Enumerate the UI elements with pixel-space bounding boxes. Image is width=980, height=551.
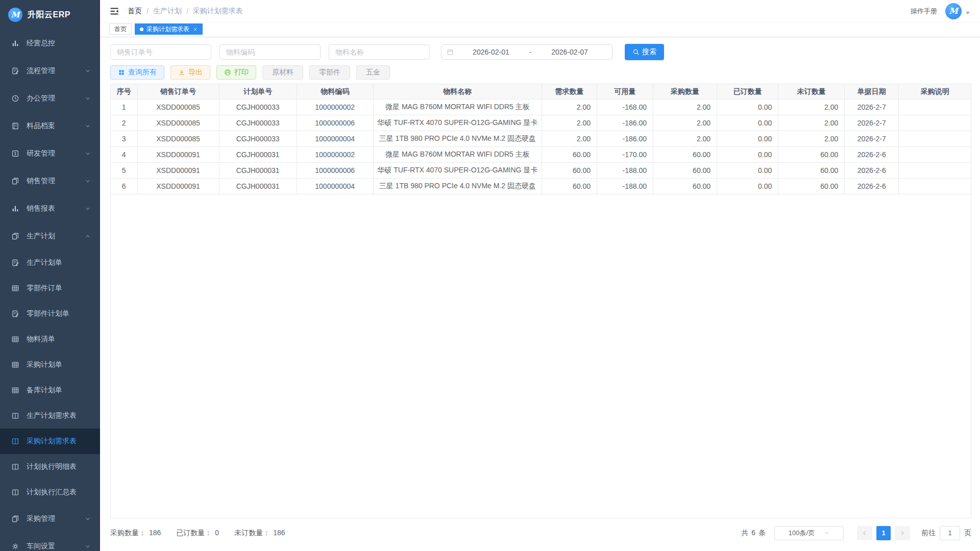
sidebar-subitem-plan-exec-detail[interactable]: 计划执行明细表 — [0, 454, 100, 480]
data-table: 序号 销售订单号 计划单号 物料编码 物料名称 需求数量 可用量 采购数量 已订… — [110, 84, 971, 518]
chevron-down-icon — [85, 95, 91, 102]
cell: 60.00 — [653, 179, 717, 194]
sidebar-item-purchase-mgmt[interactable]: 采购管理 — [0, 505, 100, 533]
chevron-down-icon — [85, 178, 91, 184]
sidebar-subitem-bom[interactable]: 物料清单 — [0, 327, 100, 352]
prev-page-button[interactable] — [857, 526, 872, 540]
breadcrumb-home[interactable]: 首页 — [128, 7, 142, 16]
material-name-input[interactable] — [329, 44, 430, 60]
sidebar-item-label: 办公管理 — [27, 94, 55, 103]
tab-home[interactable]: 首页 — [109, 23, 132, 35]
doc-edit-icon — [11, 67, 19, 75]
sidebar-subitem-parts-plan-order[interactable]: 零部件计划单 — [0, 301, 100, 327]
cell: 三星 1TB 980 PRO PCIe 4.0 NVMe M.2 固态硬盘 — [373, 131, 542, 147]
sidebar-subitem-production-demand-table[interactable]: 生产计划需求表 — [0, 403, 100, 429]
col-material-name: 物料名称 — [373, 84, 542, 99]
sales-order-input[interactable] — [110, 44, 211, 60]
date-end-input[interactable] — [532, 48, 607, 56]
sidebar-subitem-label: 零部件计划单 — [27, 309, 69, 318]
stat-ordered-qty: 已订数量： 0 — [176, 529, 219, 538]
hardware-button[interactable]: 五金 — [356, 65, 390, 80]
cell: XSDD000085 — [137, 99, 219, 115]
tab-purchase-demand-table[interactable]: 采购计划需求表 — [135, 23, 203, 35]
query-all-button[interactable]: 查询所有 — [110, 65, 164, 80]
sidebar-subitem-label: 生产计划需求表 — [27, 411, 77, 420]
sidebar-item-rd-mgmt[interactable]: 研发管理 — [0, 140, 100, 167]
columns-icon — [11, 488, 19, 496]
sidebar-item-sales-report[interactable]: 销售报表 — [0, 195, 100, 222]
hamburger-icon[interactable] — [109, 6, 119, 16]
doc-edit-icon — [11, 259, 19, 267]
manual-link[interactable]: 操作手册 — [911, 7, 937, 16]
sidebar-subitem-plan-exec-summary[interactable]: 计划执行汇总表 — [0, 480, 100, 505]
clock-icon — [11, 94, 19, 103]
cell: 1000000006 — [297, 115, 373, 131]
pagination-total: 共 6 条 — [741, 529, 766, 538]
chevron-down-icon — [85, 123, 91, 129]
caret-down-icon[interactable] — [966, 12, 970, 14]
export-button[interactable]: 导出 — [170, 65, 210, 80]
app-root: M 升阳云ERP 经营总控 流程管理 办公管理 料品档案 研发管理 — [0, 0, 980, 551]
printer-icon — [224, 69, 231, 76]
stat-label: 采购数量： — [110, 529, 146, 538]
sidebar-subitem-stock-plan-order[interactable]: 备库计划单 — [0, 378, 100, 403]
app-logo: M 升阳云ERP — [0, 0, 100, 30]
sidebar-subitem-label: 备库计划单 — [27, 386, 62, 395]
page-size-select[interactable]: 100条/页 — [774, 526, 844, 540]
col-available-qty: 可用量 — [597, 84, 653, 99]
stat-label: 已订数量： — [176, 529, 212, 538]
arrow-right-icon — [899, 530, 905, 536]
close-icon[interactable] — [193, 27, 198, 32]
table-row[interactable]: 3XSDD000085CGJH0000331000000004三星 1TB 98… — [111, 131, 971, 147]
cell: 60.00 — [542, 179, 597, 194]
table-row[interactable]: 1XSDD000085CGJH0000331000000002微星 MAG B7… — [111, 99, 971, 115]
cell: 60.00 — [653, 147, 717, 163]
table-row[interactable]: 5XSDD000091CGJH0000311000000006华硕 TUF-RT… — [111, 163, 971, 179]
sidebar-item-label: 流程管理 — [27, 66, 55, 76]
stat-value: 186 — [273, 529, 285, 538]
cell: 2.00 — [653, 99, 717, 115]
material-code-input[interactable] — [219, 44, 321, 60]
table-row[interactable]: 2XSDD000085CGJH0000331000000006华硕 TUF-RT… — [111, 115, 971, 131]
col-ordered-qty: 已订数量 — [717, 84, 778, 99]
sidebar-item-production-plan[interactable]: 生产计划 — [0, 222, 100, 250]
copy-docs-icon — [11, 177, 19, 185]
cell: 0.00 — [717, 115, 778, 131]
cell: -168.00 — [597, 99, 653, 115]
raw-material-button[interactable]: 原材料 — [262, 65, 303, 80]
cell — [899, 147, 971, 163]
page-number-button[interactable]: 1 — [876, 526, 891, 540]
table-row[interactable]: 4XSDD000091CGJH0000311000000002微星 MAG B7… — [111, 147, 971, 163]
cell: 微星 MAG B760M MORTAR WIFI DDR5 主板 — [373, 99, 542, 115]
sidebar-subitem-label: 零部件订单 — [27, 284, 62, 293]
filter-row: - 搜索 — [110, 44, 971, 60]
sidebar-item-office-mgmt[interactable]: 办公管理 — [0, 85, 100, 112]
sidebar-item-process-mgmt[interactable]: 流程管理 — [0, 57, 100, 85]
app-title: 升阳云ERP — [28, 10, 70, 20]
date-start-input[interactable] — [454, 48, 528, 56]
sidebar-item-sales-mgmt[interactable]: 销售管理 — [0, 167, 100, 195]
next-page-button[interactable] — [895, 526, 910, 540]
sidebar-item-workshop-settings[interactable]: 车间设置 — [0, 533, 100, 551]
cell: 60.00 — [778, 163, 845, 179]
cell: 0.00 — [717, 163, 778, 179]
goto-page-input[interactable] — [940, 526, 960, 540]
search-button-label: 搜索 — [642, 47, 656, 57]
cell: 60.00 — [778, 147, 845, 163]
cell: 2.00 — [542, 115, 597, 131]
avatar[interactable]: M — [945, 3, 962, 19]
sidebar-item-business-overview[interactable]: 经营总控 — [0, 30, 100, 57]
table-row[interactable]: 6XSDD000091CGJH0000311000000004三星 1TB 98… — [111, 179, 971, 194]
sidebar-subitem-purchase-demand-table[interactable]: 采购计划需求表 — [0, 429, 100, 454]
date-range-picker[interactable]: - — [441, 44, 612, 60]
sidebar-subitem-parts-order[interactable]: 零部件订单 — [0, 276, 100, 301]
sidebar-subitem-purchase-plan-order[interactable]: 采购计划单 — [0, 352, 100, 378]
search-button[interactable]: 搜索 — [625, 44, 664, 60]
parts-button[interactable]: 零部件 — [309, 65, 350, 80]
logo-icon: M — [8, 8, 22, 22]
sidebar-subitem-production-plan-order[interactable]: 生产计划单 — [0, 250, 100, 276]
print-button[interactable]: 打印 — [216, 65, 256, 80]
sidebar-item-material-archive[interactable]: 料品档案 — [0, 112, 100, 140]
cell: 1000000006 — [297, 163, 373, 179]
col-doc-date: 单据日期 — [845, 84, 899, 99]
